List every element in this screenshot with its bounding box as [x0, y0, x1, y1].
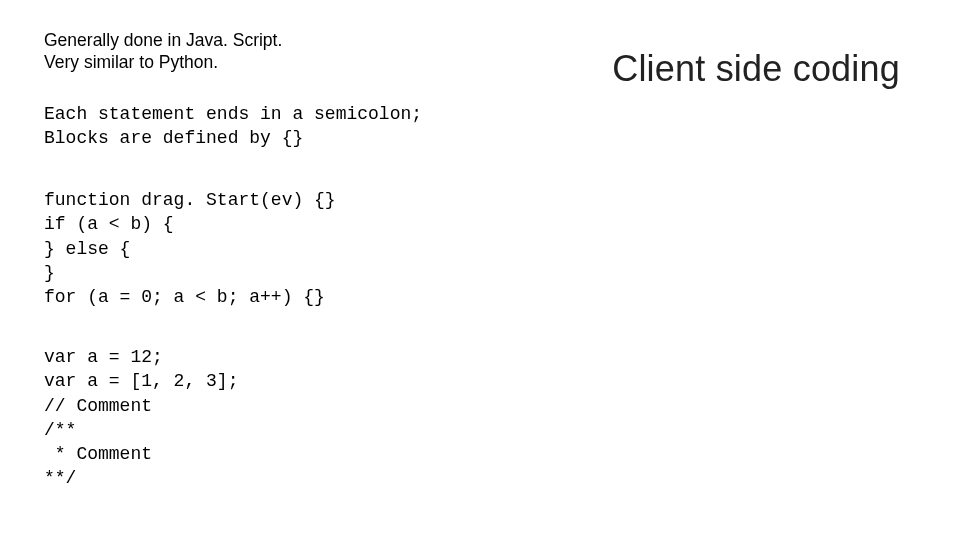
slide-title: Client side coding [612, 48, 900, 90]
code-control-structures: function drag. Start(ev) {} if (a < b) {… [44, 188, 336, 309]
intro-line-1: Generally done in Java. Script. [44, 30, 282, 52]
intro-text: Generally done in Java. Script. Very sim… [44, 30, 282, 74]
intro-line-2: Very similar to Python. [44, 52, 282, 74]
code-syntax-description: Each statement ends in a semicolon; Bloc… [44, 102, 422, 151]
code-vars-comments: var a = 12; var a = [1, 2, 3]; // Commen… [44, 345, 238, 491]
slide: Generally done in Java. Script. Very sim… [0, 0, 960, 540]
